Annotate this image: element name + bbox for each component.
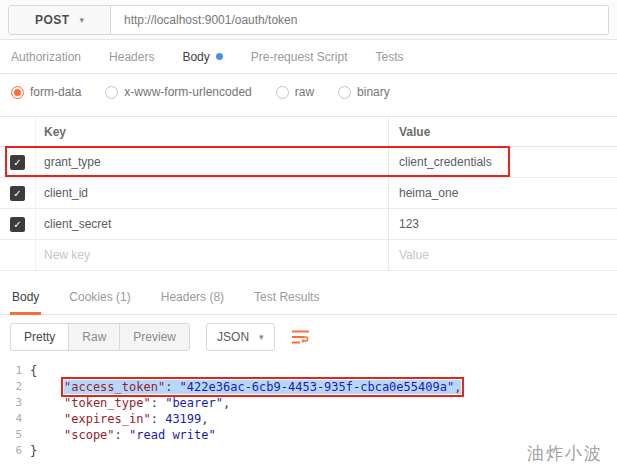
row-checkbox[interactable]: ✓ <box>10 155 25 170</box>
tab-body-label: Body <box>182 50 209 64</box>
tab-pre-request-script[interactable]: Pre-request Script <box>251 50 348 64</box>
url-group: POST ▾ <box>8 5 609 35</box>
key-column-header: Key <box>36 117 388 146</box>
table-row-client-secret: ✓ client_secret 123 <box>0 209 617 240</box>
radio-binary-label: binary <box>357 85 390 99</box>
response-tabs: Body Cookies (1) Headers (8) Test Result… <box>0 279 617 315</box>
line-number: 3 <box>0 395 22 411</box>
code-token: , <box>454 380 461 394</box>
radio-icon <box>11 86 24 99</box>
code-line: { <box>30 363 617 379</box>
check-icon: ✓ <box>13 157 21 168</box>
code-token: , <box>201 412 208 426</box>
line-number: 6 <box>0 443 22 459</box>
response-tab-cookies[interactable]: Cookies (1) <box>69 279 130 314</box>
code-line-access-token: "access_token": "422e36ac-6cb9-4453-935f… <box>30 379 617 395</box>
row-checkbox[interactable]: ✓ <box>10 217 25 232</box>
json-key: "access_token" <box>64 380 165 394</box>
chevron-down-icon: ▾ <box>80 15 85 25</box>
line-number: 1 <box>0 363 22 379</box>
postman-request-panel: { "icons": { "chevron_down": "▾", "check… <box>0 0 617 469</box>
request-tabs: Authorization Headers Body Pre-request S… <box>0 40 617 74</box>
line-number: 4 <box>0 411 22 427</box>
code-token: { <box>30 364 37 378</box>
view-raw-button[interactable]: Raw <box>68 323 120 351</box>
method-dropdown[interactable]: POST ▾ <box>9 6 111 34</box>
code-token: } <box>30 444 37 458</box>
radio-raw[interactable]: raw <box>276 85 314 99</box>
active-tab-underline <box>10 312 41 315</box>
code-token: : <box>165 380 179 394</box>
active-tab-dot <box>216 53 223 60</box>
tab-tests[interactable]: Tests <box>375 50 403 64</box>
response-tab-test-results[interactable]: Test Results <box>254 279 319 314</box>
table-header-row: Key Value <box>0 116 617 147</box>
check-icon: ✓ <box>13 188 21 199</box>
response-body-viewer: 1 2 3 4 5 6 { "access_token": "422e36ac-… <box>0 359 617 459</box>
json-string: "422e36ac-6cb9-4453-935f-cbca0e55409a" <box>180 380 455 394</box>
code-line-scope: "scope": "read write" <box>30 427 617 443</box>
form-data-table: Key Value ✓ grant_type client_credential… <box>0 116 617 271</box>
code-token: : <box>115 428 129 442</box>
code-line-token-type: "token_type": "bearer", <box>30 395 617 411</box>
code-line-expires-in: "expires_in": 43199, <box>30 411 617 427</box>
line-number: 5 <box>0 427 22 443</box>
value-cell[interactable]: client_credentials <box>399 155 492 169</box>
chevron-down-icon: ▾ <box>259 332 264 342</box>
method-label: POST <box>35 13 70 27</box>
tab-headers[interactable]: Headers <box>109 50 154 64</box>
view-preview-button[interactable]: Preview <box>119 323 190 351</box>
json-key: "scope" <box>64 428 115 442</box>
table-row-new <box>0 240 617 271</box>
format-label: JSON <box>217 330 249 344</box>
key-cell[interactable]: client_id <box>44 186 88 200</box>
view-pretty-button[interactable]: Pretty <box>10 323 69 351</box>
wrap-text-icon[interactable] <box>291 328 311 346</box>
json-key: "expires_in" <box>64 412 151 426</box>
radio-icon <box>105 86 118 99</box>
row-checkbox[interactable]: ✓ <box>10 186 25 201</box>
body-type-options: form-data x-www-form-urlencoded raw bina… <box>0 74 617 110</box>
radio-raw-label: raw <box>295 85 314 99</box>
key-cell[interactable]: client_secret <box>44 217 111 231</box>
json-key: "token_type" <box>64 396 151 410</box>
radio-icon <box>338 86 351 99</box>
radio-icon <box>276 86 289 99</box>
watermark: 油炸小波 <box>527 442 603 465</box>
value-cell[interactable]: 123 <box>399 217 419 231</box>
radio-form-data-label: form-data <box>30 85 81 99</box>
radio-x-www-form-urlencoded[interactable]: x-www-form-urlencoded <box>105 85 251 99</box>
line-numbers: 1 2 3 4 5 6 <box>0 363 30 459</box>
new-key-input[interactable] <box>44 248 380 262</box>
response-tab-body[interactable]: Body <box>12 279 39 314</box>
highlighted-annotated-token: "access_token": "422e36ac-6cb9-4453-935f… <box>64 380 461 394</box>
url-input[interactable] <box>111 6 608 34</box>
request-url-bar: POST ▾ <box>0 0 617 40</box>
value-cell[interactable]: heima_one <box>399 186 458 200</box>
new-value-input[interactable] <box>399 248 607 262</box>
view-mode-segmented-control: Pretty Raw Preview <box>10 323 190 351</box>
table-row-grant-type: ✓ grant_type client_credentials <box>0 147 617 178</box>
value-column-header: Value <box>388 117 617 146</box>
tab-authorization[interactable]: Authorization <box>11 50 81 64</box>
response-view-toolbar: Pretty Raw Preview JSON ▾ <box>0 315 617 359</box>
table-row-client-id: ✓ client_id heima_one <box>0 178 617 209</box>
radio-form-data[interactable]: form-data <box>11 85 81 99</box>
response-tab-headers[interactable]: Headers (8) <box>161 279 224 314</box>
line-number: 2 <box>0 379 22 395</box>
key-cell[interactable]: grant_type <box>44 155 101 169</box>
code-token: : <box>151 412 165 426</box>
radio-binary[interactable]: binary <box>338 85 390 99</box>
response-tab-body-label: Body <box>12 290 39 304</box>
json-string: "bearer" <box>165 396 223 410</box>
format-dropdown[interactable]: JSON ▾ <box>206 323 275 351</box>
json-number: 43199 <box>165 412 201 426</box>
radio-urlencoded-label: x-www-form-urlencoded <box>124 85 251 99</box>
check-icon: ✓ <box>13 219 21 230</box>
code-token: , <box>223 396 230 410</box>
tab-body[interactable]: Body <box>182 50 222 64</box>
json-string: "read write" <box>129 428 216 442</box>
code-token: : <box>151 396 165 410</box>
